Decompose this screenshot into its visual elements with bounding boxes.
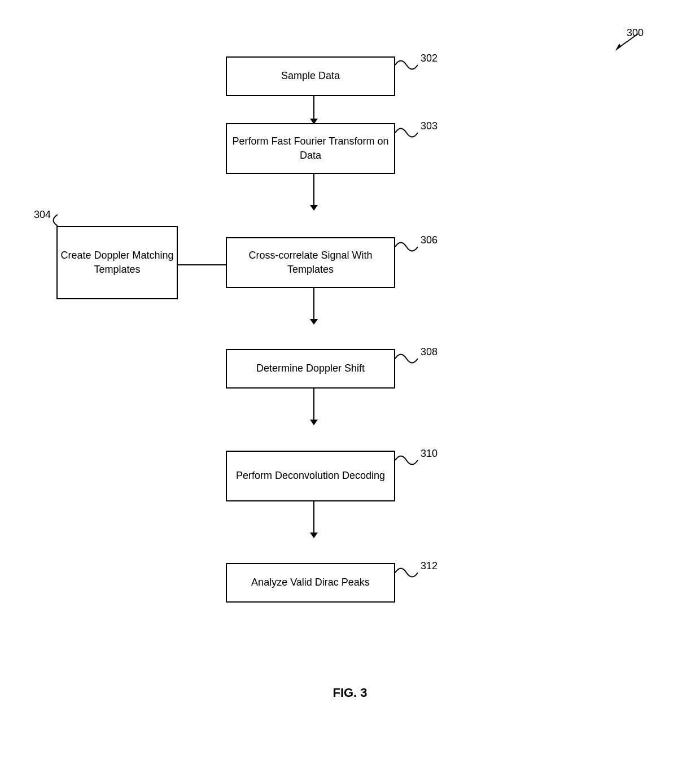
arrow-310-312 xyxy=(310,501,318,538)
arrow-304-306 xyxy=(178,261,231,269)
node-create-doppler: Create Doppler Matching Templates xyxy=(56,226,178,299)
ref-310: 310 xyxy=(421,448,438,460)
ref-303: 303 xyxy=(421,120,438,132)
fig-label: FIG. 3 xyxy=(333,686,367,700)
ref-306: 306 xyxy=(421,234,438,246)
node-sample-data: Sample Data xyxy=(226,56,395,96)
node-cross-correlate: Cross-correlate Signal With Templates xyxy=(226,237,395,288)
node-deconvolution: Perform Deconvolution Decoding xyxy=(226,451,395,501)
arrow-308-310 xyxy=(310,389,318,425)
svg-line-0 xyxy=(618,34,638,48)
svg-marker-1 xyxy=(615,43,621,51)
node-doppler-shift: Determine Doppler Shift xyxy=(226,349,395,389)
ref-308: 308 xyxy=(421,346,438,358)
arrow-302-303 xyxy=(310,96,318,124)
arrow-300 xyxy=(613,31,646,54)
squiggle-304 xyxy=(41,212,63,229)
ref-312: 312 xyxy=(421,560,438,572)
ref-302: 302 xyxy=(421,53,438,64)
diagram-container: 300 Sample Data 302 Perform Fast Fourier… xyxy=(0,0,700,768)
node-fft: Perform Fast Fourier Transform on Data xyxy=(226,123,395,174)
arrow-303-306 xyxy=(310,174,318,211)
arrow-306-308 xyxy=(310,288,318,325)
node-dirac-peaks: Analyze Valid Dirac Peaks xyxy=(226,563,395,603)
